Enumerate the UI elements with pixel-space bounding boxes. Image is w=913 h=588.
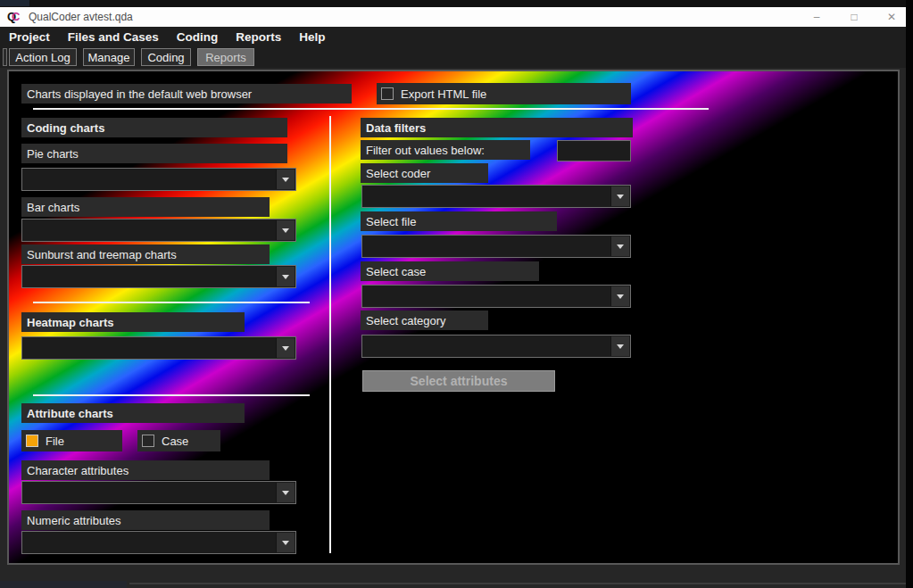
checkbox-box-icon[interactable] bbox=[142, 435, 154, 447]
pie-charts-label: Pie charts bbox=[21, 144, 287, 163]
select-case-combobox[interactable] bbox=[361, 285, 631, 308]
chevron-down-icon[interactable] bbox=[276, 533, 295, 552]
charts-report-panel: Charts displayed in the default web brow… bbox=[7, 70, 900, 565]
menubar: Project Files and Cases Coding Reports H… bbox=[0, 27, 906, 47]
tab-reports[interactable]: Reports bbox=[197, 48, 254, 66]
qualcoder-window: Q C QualCoder avtest.qda – □ ✕ Project F… bbox=[0, 0, 913, 588]
sunburst-treemap-label: Sunburst and treemap charts bbox=[21, 244, 270, 264]
filter-below-label: Filter out values below: bbox=[361, 140, 530, 160]
heatmap-charts-combobox[interactable] bbox=[21, 336, 296, 360]
chevron-down-icon[interactable] bbox=[610, 236, 629, 256]
bar-charts-label: Bar charts bbox=[21, 197, 270, 217]
window-bottom-edge bbox=[129, 583, 906, 584]
file-checkbox[interactable]: File bbox=[21, 430, 122, 451]
chevron-down-icon[interactable] bbox=[276, 267, 295, 286]
taskbar-edge-fragment bbox=[0, 581, 127, 588]
data-filters-title: Data filters bbox=[361, 118, 633, 137]
tab-manage[interactable]: Manage bbox=[83, 48, 135, 66]
menu-coding[interactable]: Coding bbox=[177, 30, 219, 44]
select-coder-combobox[interactable] bbox=[361, 185, 631, 208]
tabbar-left-sliver bbox=[3, 48, 7, 66]
bar-charts-combobox[interactable] bbox=[21, 219, 296, 242]
export-html-label: Export HTML file bbox=[401, 87, 486, 101]
tab-action-log[interactable]: Action Log bbox=[9, 48, 77, 66]
background-window-edge bbox=[0, 0, 906, 7]
column-divider bbox=[329, 116, 331, 553]
chevron-down-icon[interactable] bbox=[610, 186, 629, 206]
case-checkbox-label: Case bbox=[162, 435, 188, 448]
background-window-fragment bbox=[0, 0, 29, 6]
filter-value-input[interactable] bbox=[557, 140, 631, 161]
heatmap-divider-bottom bbox=[33, 394, 310, 396]
menu-project[interactable]: Project bbox=[9, 30, 50, 44]
minimize-icon[interactable]: – bbox=[809, 11, 824, 23]
select-case-label: Select case bbox=[361, 261, 539, 281]
chevron-down-icon[interactable] bbox=[276, 338, 295, 358]
menu-help[interactable]: Help bbox=[299, 30, 325, 44]
tabbar: Action Log Manage Coding Reports bbox=[0, 47, 906, 68]
select-attributes-button[interactable]: Select attributes bbox=[362, 370, 555, 392]
export-html-checkbox[interactable]: Export HTML file bbox=[377, 83, 631, 104]
menu-files-and-cases[interactable]: Files and Cases bbox=[68, 30, 159, 44]
numeric-attributes-combobox[interactable] bbox=[21, 531, 296, 554]
select-category-label: Select category bbox=[361, 311, 488, 330]
character-attributes-combobox[interactable] bbox=[21, 481, 296, 504]
menu-reports[interactable]: Reports bbox=[236, 30, 281, 44]
select-category-combobox[interactable] bbox=[361, 335, 631, 358]
select-file-combobox[interactable] bbox=[361, 235, 631, 258]
pie-charts-combobox[interactable] bbox=[21, 168, 296, 191]
case-checkbox[interactable]: Case bbox=[137, 430, 220, 451]
chevron-down-icon[interactable] bbox=[276, 220, 295, 240]
file-checkbox-label: File bbox=[46, 435, 64, 448]
heatmap-charts-title: Heatmap charts bbox=[21, 312, 245, 332]
coding-charts-title: Coding charts bbox=[21, 118, 287, 137]
reports-tab-page: Charts displayed in the default web brow… bbox=[0, 68, 906, 588]
window-title: QualCoder avtest.qda bbox=[29, 11, 133, 23]
tab-coding[interactable]: Coding bbox=[141, 48, 191, 66]
chevron-down-icon[interactable] bbox=[276, 483, 295, 502]
browser-info-label: Charts displayed in the default web brow… bbox=[21, 84, 352, 104]
logo-c: C bbox=[12, 11, 20, 22]
maximize-icon[interactable]: □ bbox=[847, 11, 861, 23]
numeric-attributes-label: Numeric attributes bbox=[21, 510, 270, 530]
checkbox-box-icon[interactable] bbox=[381, 87, 394, 100]
desktop-edge bbox=[906, 0, 913, 588]
chevron-down-icon[interactable] bbox=[276, 170, 295, 189]
attribute-charts-title: Attribute charts bbox=[21, 403, 245, 423]
qualcoder-logo-icon: Q C bbox=[7, 11, 20, 23]
select-file-label: Select file bbox=[361, 211, 557, 231]
sunburst-treemap-combobox[interactable] bbox=[21, 265, 296, 288]
heatmap-divider-top bbox=[33, 302, 310, 303]
window-controls: – □ ✕ bbox=[809, 7, 899, 27]
close-icon[interactable]: ✕ bbox=[884, 11, 899, 23]
select-coder-label: Select coder bbox=[361, 163, 488, 183]
character-attributes-label: Character attributes bbox=[21, 460, 270, 480]
chevron-down-icon[interactable] bbox=[610, 336, 629, 356]
chevron-down-icon[interactable] bbox=[610, 286, 629, 306]
checkbox-box-icon[interactable] bbox=[26, 435, 38, 447]
titlebar: Q C QualCoder avtest.qda – □ ✕ bbox=[0, 7, 906, 27]
top-divider bbox=[33, 108, 709, 110]
